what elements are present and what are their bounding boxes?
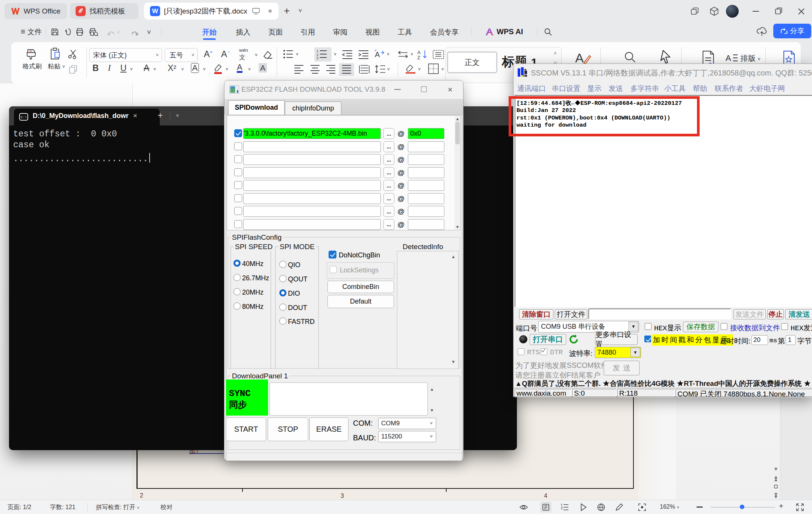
svg-text:A: A	[726, 53, 731, 63]
svg-text:Z: Z	[417, 55, 420, 60]
svg-text:3: 3	[317, 56, 318, 59]
svg-text:1: 1	[317, 49, 318, 53]
svg-text:A: A	[375, 50, 380, 59]
svg-text:A: A	[575, 51, 584, 65]
svg-text:C:\: C:\	[21, 116, 27, 119]
svg-text:A: A	[417, 50, 421, 55]
